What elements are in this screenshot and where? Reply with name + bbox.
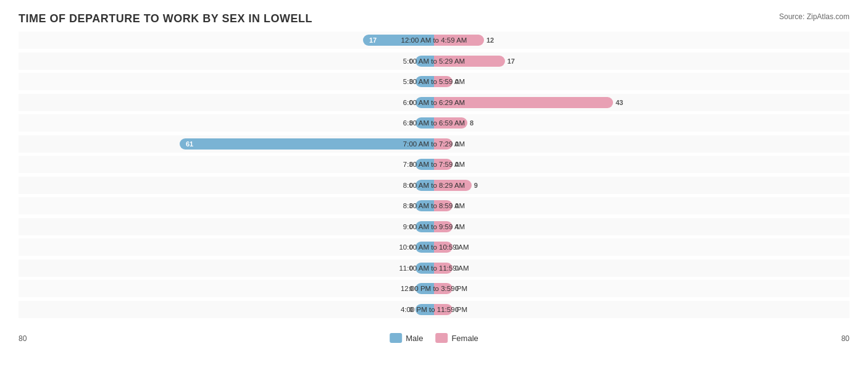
- female-value: 17: [507, 57, 515, 65]
- male-value: 0: [409, 182, 413, 189]
- legend-female-label: Female: [451, 334, 478, 343]
- female-value: 12: [486, 36, 494, 44]
- chart-row: 8:30 AM to 8:59 AM00: [19, 197, 849, 214]
- male-value: 0: [409, 285, 413, 292]
- female-value: 0: [455, 264, 459, 272]
- chart-area: 12:00 AM to 4:59 AM17125:00 AM to 5:29 A…: [19, 32, 849, 318]
- male-value: 0: [409, 306, 413, 313]
- male-value: 0: [409, 243, 413, 251]
- chart-row: 11:00 AM to 11:59 AM00: [19, 259, 849, 277]
- female-value: 0: [455, 140, 459, 148]
- legend-male-label: Male: [406, 334, 423, 343]
- female-value: 0: [455, 161, 459, 168]
- male-value: 17: [369, 36, 377, 44]
- legend: Male Female: [390, 333, 478, 343]
- legend-male-box: [390, 333, 402, 343]
- female-value: 9: [474, 182, 478, 189]
- chart-row: 5:30 AM to 5:59 AM00: [19, 73, 849, 90]
- male-value: 0: [409, 223, 413, 230]
- male-value: 0: [409, 161, 413, 168]
- legend-female: Female: [435, 333, 478, 343]
- male-value: 0: [409, 57, 413, 65]
- chart-row: 10:00 AM to 10:59 AM00: [19, 238, 849, 256]
- row-label: 12:00 AM to 4:59 AM: [401, 36, 467, 44]
- chart-title: TIME OF DEPARTURE TO WORK BY SEX IN LOWE…: [19, 12, 849, 25]
- male-value: 0: [409, 264, 413, 272]
- chart-row: 6:00 AM to 6:29 AM043: [19, 94, 849, 111]
- chart-row: 9:00 AM to 9:59 AM04: [19, 218, 849, 235]
- chart-row: 6:30 AM to 6:59 AM08: [19, 114, 849, 132]
- chart-row: 4:00 PM to 11:59 PM00: [19, 301, 849, 318]
- chart-row: 7:30 AM to 7:59 AM00: [19, 156, 849, 173]
- chart-container: TIME OF DEPARTURE TO WORK BY SEX IN LOWE…: [0, 0, 868, 367]
- chart-row: 12:00 AM to 4:59 AM1712: [19, 32, 849, 49]
- female-value: 0: [455, 243, 459, 251]
- female-value: 43: [616, 99, 623, 106]
- chart-row: 12:00 PM to 3:59 PM00: [19, 280, 849, 297]
- female-value: 8: [470, 119, 474, 127]
- chart-row: 7:00 AM to 7:29 AM610: [19, 135, 849, 153]
- female-value: 4: [455, 223, 459, 230]
- male-value: 0: [409, 99, 413, 106]
- legend-male: Male: [390, 333, 423, 343]
- male-value: 0: [409, 119, 413, 127]
- chart-row: 5:00 AM to 5:29 AM017: [19, 53, 849, 70]
- female-value: 0: [455, 285, 459, 292]
- female-value: 0: [455, 202, 459, 209]
- male-bar: [180, 138, 434, 150]
- female-value: 0: [455, 306, 459, 313]
- female-value: 0: [455, 78, 459, 85]
- axis-right-label: 80: [841, 334, 849, 343]
- male-value: 0: [409, 202, 413, 209]
- chart-row: 8:00 AM to 8:29 AM09: [19, 177, 849, 194]
- axis-left-label: 80: [19, 334, 27, 343]
- male-value: 0: [409, 78, 413, 85]
- male-value: 61: [186, 140, 193, 148]
- legend-female-box: [435, 333, 448, 343]
- source-label: Source: ZipAtlas.com: [779, 12, 849, 21]
